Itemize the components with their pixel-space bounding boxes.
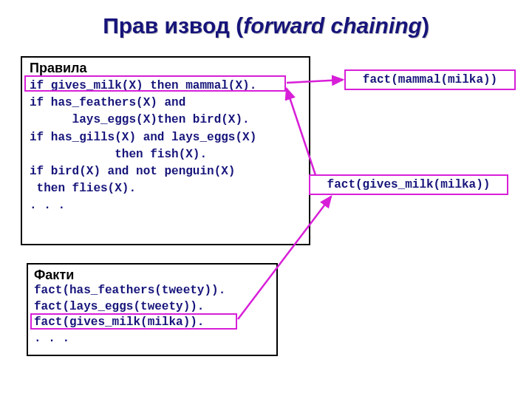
title-text-1: Прав извод (	[103, 13, 243, 38]
rule-line-1: if gives_milk(X) then mammal(X).	[30, 78, 301, 95]
facts-box: Факти fact(has_feathers(tweety)). fact(l…	[27, 263, 278, 356]
derived-fact-gives-milk: fact(gives_milk(milka))	[309, 174, 508, 195]
rules-box: Правила if gives_milk(X) then mammal(X).…	[21, 56, 310, 245]
rule-line-5: then fish(X).	[30, 146, 301, 163]
fact-line-3: fact(gives_milk(milka)).	[34, 315, 270, 331]
derived-fact-mammal: fact(mammal(milka))	[344, 69, 516, 90]
rules-header: Правила	[30, 61, 301, 76]
rule-line-4: if has_gills(X) and lays_eggs(X)	[30, 129, 301, 146]
title-text-2: )	[422, 13, 429, 38]
facts-header: Факти	[34, 267, 270, 283]
derived-fact-2-text: fact(gives_milk(milka))	[327, 178, 491, 191]
title-italic: forward chaining	[243, 13, 422, 38]
rule-line-6: if bird(X) and not penguin(X)	[30, 163, 301, 180]
derived-fact-1-text: fact(mammal(milka))	[363, 73, 497, 86]
rule-line-7: then flies(X).	[30, 180, 301, 197]
fact-line-4: . . .	[34, 331, 270, 347]
fact-line-2: fact(lays_eggs(tweety)).	[34, 299, 270, 316]
rule-line-3: lays_eggs(X)then bird(X).	[30, 112, 301, 129]
slide-title: Прав извод (forward chaining)	[0, 0, 532, 46]
fact-line-1: fact(has_feathers(tweety)).	[34, 283, 270, 299]
rule-line-2: if has_feathers(X) and	[30, 95, 301, 112]
rule-line-8: . . .	[30, 197, 301, 214]
